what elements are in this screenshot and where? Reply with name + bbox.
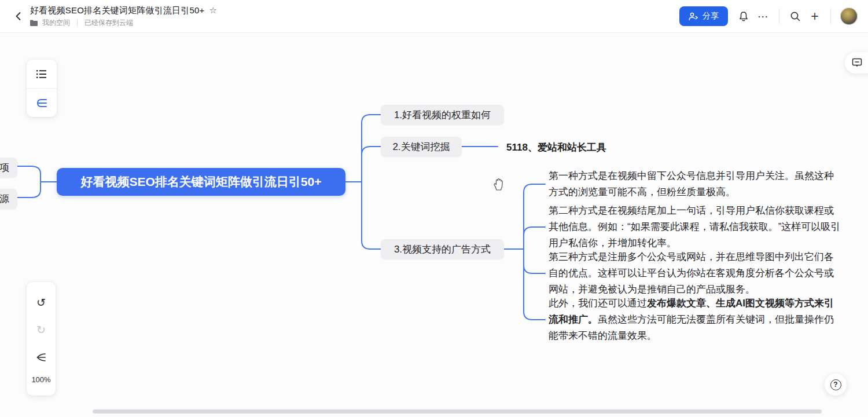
ellipsis-icon: ⋯ <box>757 10 769 23</box>
comments-button[interactable] <box>845 52 868 74</box>
redo-button[interactable]: ↻ <box>32 321 50 339</box>
search-button[interactable] <box>785 6 805 26</box>
redo-icon: ↻ <box>36 323 46 336</box>
mindmap-view-button[interactable] <box>27 88 57 117</box>
header-actions: 分享 ⋯ + <box>679 6 858 26</box>
mindmap-leaf-ad-method-3[interactable]: 第三种方式是注册多个公众号或网站，并在思维导图中列出它们各自的优点。这样可以让平… <box>549 249 841 298</box>
mindmap-node-partial-2[interactable]: 来源 <box>0 189 17 209</box>
zoom-level[interactable]: 100% <box>31 375 50 384</box>
plus-icon: + <box>811 10 818 23</box>
mindmap-node-branch-2[interactable]: 2.关键词挖掘 <box>381 137 462 157</box>
leaf-text-normal: 此外，我们还可以通过 <box>549 298 647 309</box>
collapse-branches-icon <box>35 352 47 363</box>
canvas-controls: ↺ ↻ 100% <box>27 282 56 396</box>
outline-list-icon <box>36 69 47 79</box>
chevron-left-icon <box>13 11 24 21</box>
mindmap-structure-icon <box>36 98 47 108</box>
divider <box>77 19 78 26</box>
folder-icon <box>30 20 38 26</box>
undo-icon: ↺ <box>36 296 46 309</box>
mindmap-node-partial-1[interactable]: 事项 <box>0 158 17 178</box>
more-options-button[interactable]: ⋯ <box>753 6 773 26</box>
share-button[interactable]: 分享 <box>679 6 728 26</box>
mindmap-leaf-ad-method-2[interactable]: 第二种方式是在视频结尾加上一句话，引导用户私信你获取课程或其他信息。例如：“如果… <box>549 203 841 251</box>
save-status: 已经保存到云端 <box>84 18 133 28</box>
collapse-branches-button[interactable] <box>32 348 50 367</box>
horizontal-scrollbar[interactable] <box>93 409 822 414</box>
user-avatar[interactable] <box>840 8 858 25</box>
question-mark-icon: ? <box>830 379 841 390</box>
document-title: 好看视频SEO排名关键词矩阵做引流日引50+ <box>30 5 205 16</box>
bell-icon <box>738 11 749 22</box>
favorite-star-icon[interactable]: ☆ <box>209 5 217 16</box>
mindmap-leaf-keyword-tools[interactable]: 5118、爱站和站长工具 <box>506 141 606 154</box>
document-info: 好看视频SEO排名关键词矩阵做引流日引50+ ☆ 我的空间 已经保存到云端 <box>30 5 217 28</box>
undo-button[interactable]: ↺ <box>32 294 50 312</box>
mindmap-leaf-ad-method-4[interactable]: 此外，我们还可以通过发布爆款文章、生成AI图文视频等方式来引流和推广。虽然这些方… <box>549 295 841 344</box>
left-toolbar <box>27 60 57 117</box>
mindmap-node-branch-1[interactable]: 1.好看视频的权重如何 <box>381 105 504 125</box>
comment-icon <box>852 58 862 68</box>
divider <box>779 9 779 24</box>
share-people-icon <box>689 12 698 21</box>
top-bar: 好看视频SEO排名关键词矩阵做引流日引50+ ☆ 我的空间 已经保存到云端 分享… <box>0 0 868 33</box>
workspace-breadcrumb[interactable]: 我的空间 <box>42 18 70 28</box>
help-button[interactable]: ? <box>825 374 847 396</box>
new-document-button[interactable]: + <box>805 6 825 26</box>
mindmap-root-node[interactable]: 好看视频SEO排名关键词矩阵做引流日引50+ <box>57 168 345 196</box>
mindmap-leaf-ad-method-1[interactable]: 第一种方式是在视频中留下公众号信息并引导用户关注。虽然这种方式的浏览量可能不高，… <box>549 168 841 200</box>
back-button[interactable] <box>8 6 29 27</box>
notifications-button[interactable] <box>734 6 753 26</box>
share-button-label: 分享 <box>703 11 719 21</box>
mindmap-node-branch-3[interactable]: 3.视频支持的广告方式 <box>381 239 504 259</box>
outline-view-button[interactable] <box>27 60 57 88</box>
search-icon <box>790 11 801 22</box>
divider <box>830 9 831 24</box>
